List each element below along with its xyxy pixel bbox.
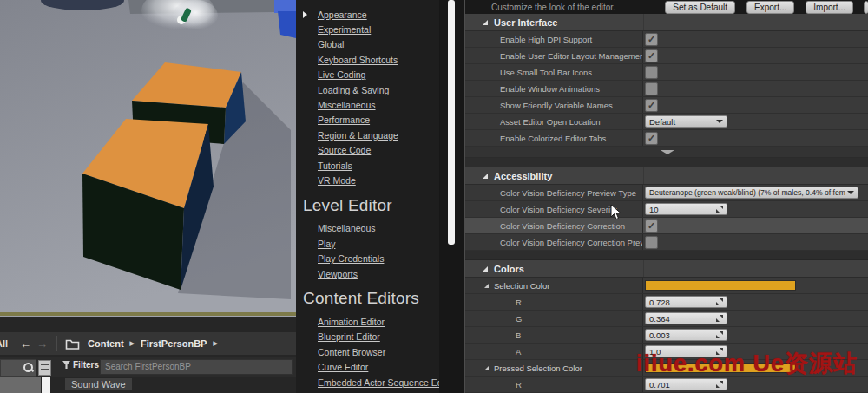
path-search-field[interactable]: [0, 359, 36, 377]
checkbox-color-vision-deficiency-correction-preview-w[interactable]: [645, 236, 658, 249]
nav-item-loading-saving[interactable]: Loading & Saving: [303, 82, 439, 97]
content-browser-toolbar: Filters Search FirstPersonBP: [0, 357, 296, 377]
drag-spin-icon: [716, 331, 723, 338]
nav-item-miscellaneous[interactable]: Miscellaneous: [303, 97, 439, 112]
nav-item-play[interactable]: Play: [303, 236, 439, 251]
expand-triangle-icon: [484, 284, 489, 288]
checkbox-color-vision-deficiency-correction[interactable]: ✓: [645, 219, 658, 233]
section-gap: [465, 251, 868, 260]
nav-item-blueprint-editor[interactable]: Blueprint Editor: [303, 330, 439, 344]
prefs-topbar: Customize the look of the editor. Set as…: [465, 0, 868, 14]
nav-item-embedded-actor-sequence-editor[interactable]: Embedded Actor Sequence Editor: [303, 375, 439, 390]
section-expander[interactable]: [465, 147, 868, 158]
sources-scrollbar[interactable]: [42, 377, 50, 393]
pref-value-cell: ✓: [643, 218, 868, 233]
nav-item-miscellaneous[interactable]: Miscellaneous: [303, 221, 439, 236]
pref-label-text: Enable Window Animations: [500, 84, 600, 94]
checkbox-show-friendly-variable-names[interactable]: ✓: [645, 99, 658, 112]
nav-item-animation-editor[interactable]: Animation Editor: [303, 314, 439, 329]
prefs-body: User InterfaceEnable High DPI Support✓En…: [465, 14, 868, 393]
nav-link-label: Viewports: [318, 269, 358, 279]
pref-label-text: Color Vision Deficiency Correction: [500, 221, 625, 231]
nav-item-appearance[interactable]: Appearance: [303, 7, 439, 22]
chevron-down-icon: [847, 191, 854, 194]
export-button[interactable]: Export...: [746, 1, 794, 14]
asset-list: Sound Wave: [0, 377, 296, 393]
pref-value-cell: [643, 64, 868, 80]
nav-item-keyboard-shortcuts[interactable]: Keyboard Shortcuts: [303, 52, 439, 67]
breadcrumb-divider: [56, 336, 57, 351]
pref-label-text: B: [516, 331, 521, 340]
clipped-button[interactable]: [864, 1, 868, 14]
section-header-colors[interactable]: Colors: [465, 260, 868, 278]
nav-scrollbar-thumb[interactable]: [448, 0, 455, 245]
number-value: 0.701: [649, 380, 716, 390]
dropdown-color-vision-deficiency-preview-type[interactable]: Deuteranope (green weak/blind) (7% of ma…: [645, 187, 858, 199]
nav-link-label: Experimental: [318, 24, 371, 35]
breadcrumb-item-content[interactable]: Content: [88, 338, 124, 349]
nav-item-live-coding[interactable]: Live Coding: [303, 68, 439, 82]
number-field-r[interactable]: 0.701: [645, 378, 727, 390]
back-arrow-icon[interactable]: ←: [20, 337, 31, 350]
pref-label: G: [465, 311, 643, 326]
nav-item-play-credentials[interactable]: Play Credentials: [303, 251, 439, 265]
drag-spin-icon: [716, 315, 723, 322]
nav-item-performance[interactable]: Performance: [303, 113, 439, 128]
number-field-r[interactable]: 0.728: [645, 296, 727, 308]
nav-item-source-code[interactable]: Source Code: [303, 143, 439, 158]
number-value: 0.364: [649, 314, 716, 324]
number-field-b[interactable]: 0.003: [645, 329, 727, 341]
import-button[interactable]: Import...: [806, 1, 853, 14]
forward-arrow-icon[interactable]: →: [36, 337, 48, 350]
checkbox-enable-colorized-editor-tabs[interactable]: ✓: [645, 132, 658, 145]
pref-row-selection-color: Selection Color: [465, 278, 868, 294]
nav-item-curve-editor[interactable]: Curve Editor: [303, 359, 439, 374]
nav-item-global[interactable]: Global: [303, 37, 439, 52]
nav-link-label: Miscellaneous: [318, 100, 376, 110]
nav-link-label: Play Credentials: [318, 253, 384, 264]
breadcrumb-separator-icon: ▶: [130, 340, 135, 347]
prefs-description: Customize the look of the editor.: [491, 3, 615, 12]
checkbox-enable-high-dpi-support[interactable]: ✓: [645, 33, 658, 46]
breadcrumb-item-firstpersonbp[interactable]: FirstPersonBP: [141, 338, 207, 349]
checkbox-enable-user-editor-layout-management[interactable]: ✓: [645, 49, 658, 62]
asset-search-input[interactable]: Search FirstPersonBP: [100, 359, 293, 375]
nav-item-tutorials[interactable]: Tutorials: [303, 158, 439, 173]
list-view-button[interactable]: [38, 360, 51, 376]
nav-item-content-browser[interactable]: Content Browser: [303, 344, 439, 359]
asset-item-sound-wave[interactable]: Sound Wave: [65, 378, 132, 390]
nav-item-flipbook-editor[interactable]: Flipbook Editor: [303, 390, 439, 393]
pref-label-text: Enable High DPI Support: [500, 35, 592, 44]
pref-value-cell: Deuteranope (green weak/blind) (7% of ma…: [643, 185, 868, 200]
set-as-default-button[interactable]: Set as Default: [665, 1, 735, 14]
expand-triangle-icon: [483, 20, 488, 25]
checkbox-use-small-tool-bar-icons[interactable]: [645, 66, 658, 79]
section-header-user-interface[interactable]: User Interface: [465, 14, 868, 31]
number-value: 0.728: [649, 298, 716, 307]
section-header-accessibility[interactable]: Accessibility: [465, 167, 868, 185]
pref-row-show-friendly-variable-names: Show Friendly Variable Names✓: [465, 97, 868, 114]
pref-label: Selection Color: [465, 278, 643, 293]
viewport-scene: [0, 0, 296, 317]
dropdown-asset-editor-open-location[interactable]: Default: [645, 115, 727, 128]
nav-link-label: Curve Editor: [318, 362, 368, 372]
nav-top-links: AppearanceExperimentalGlobalKeyboard Sho…: [296, 0, 439, 393]
nav-item-experimental[interactable]: Experimental: [303, 22, 439, 36]
nav-item-region-language[interactable]: Region & Language: [303, 128, 439, 142]
pref-value-cell: Default: [643, 114, 868, 129]
nav-item-vr-mode[interactable]: VR Mode: [303, 173, 439, 187]
number-field-g[interactable]: 0.364: [645, 312, 727, 324]
level-viewport[interactable]: [0, 0, 296, 317]
color-swatch-bar-selection-color[interactable]: [645, 280, 796, 291]
nav-section-title-content-editors: Content Editors: [303, 289, 439, 308]
pref-row-color-vision-deficiency-correction: Color Vision Deficiency Correction✓: [465, 218, 868, 234]
checkbox-enable-window-animations[interactable]: [645, 82, 658, 95]
nav-scrollbar-track[interactable]: [439, 0, 464, 393]
pref-row-r: R0.728: [465, 294, 868, 311]
breadcrumb-root[interactable]: All: [0, 338, 8, 349]
nav-link-label: Live Coding: [318, 69, 365, 80]
pref-label: Color Vision Deficiency Preview Type: [465, 185, 643, 200]
nav-item-viewports[interactable]: Viewports: [303, 266, 439, 281]
number-field-color-vision-deficiency-severity[interactable]: 10: [645, 203, 727, 215]
pref-label: Enable High DPI Support: [465, 31, 643, 47]
